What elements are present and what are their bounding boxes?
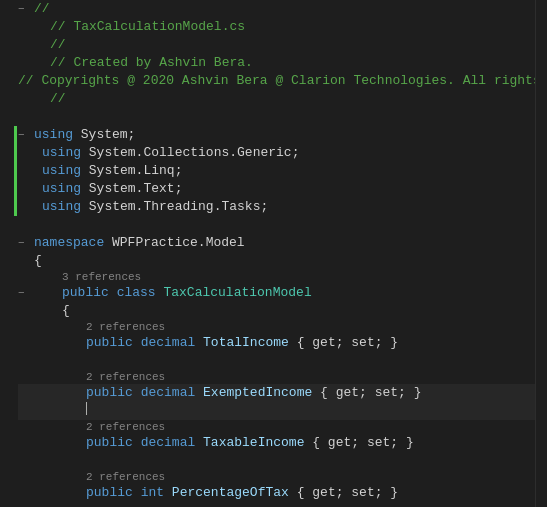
code-token: WPFPractice.Model <box>104 234 244 252</box>
code-line: { <box>18 252 535 270</box>
reference-hint: 2 references <box>86 370 165 384</box>
code-token: { get; set; } <box>289 484 398 502</box>
code-token: // Created by Ashvin Bera. <box>50 54 253 72</box>
code-token <box>133 434 141 452</box>
code-token: System.Collections.Generic; <box>81 144 299 162</box>
code-token: public <box>86 484 133 502</box>
code-line: // Copyrights @ 2020 Ashvin Bera @ Clari… <box>18 72 535 90</box>
code-token: TaxCalculationModel <box>163 284 311 302</box>
code-token <box>195 384 203 402</box>
code-token: public <box>86 434 133 452</box>
code-line <box>18 502 535 507</box>
fold-minus[interactable]: − <box>18 234 34 252</box>
code-line: { <box>18 302 535 320</box>
text-cursor <box>86 402 87 415</box>
code-line: public int PercentageOfTax { get; set; } <box>18 484 535 502</box>
fold-gutter <box>0 0 18 507</box>
code-line: // <box>18 36 535 54</box>
code-token: using <box>42 180 81 198</box>
code-token: decimal <box>141 434 196 452</box>
code-line <box>18 216 535 234</box>
reference-hint: 3 references <box>62 270 141 284</box>
code-token: public <box>86 334 133 352</box>
code-token: using <box>42 198 81 216</box>
code-token <box>164 484 172 502</box>
code-line: − // <box>18 0 535 18</box>
code-token <box>195 434 203 452</box>
hint-line: 2 references <box>18 420 535 434</box>
code-token <box>109 284 117 302</box>
code-token: { get; set; } <box>312 384 421 402</box>
code-token: // Copyrights @ 2020 Ashvin Bera @ Clari… <box>18 72 535 90</box>
code-content: − // // TaxCalculationModel.cs // // Cre… <box>18 0 535 507</box>
code-token: // <box>50 90 66 108</box>
code-token <box>133 334 141 352</box>
code-token: TotalIncome <box>203 334 289 352</box>
code-line: using System.Collections.Generic; <box>18 144 535 162</box>
code-token: { get; set; } <box>304 434 413 452</box>
code-line: // <box>18 90 535 108</box>
code-line: using System.Linq; <box>18 162 535 180</box>
green-bar-usings <box>14 126 17 216</box>
code-token: using <box>34 126 73 144</box>
code-line: // TaxCalculationModel.cs <box>18 18 535 36</box>
hint-line: 2 references <box>18 470 535 484</box>
code-token <box>156 284 164 302</box>
scrollbar[interactable] <box>535 0 547 507</box>
code-line: public decimal TaxableIncome { get; set;… <box>18 434 535 452</box>
code-token: ExemptedIncome <box>203 384 312 402</box>
fold-minus[interactable]: − <box>18 0 34 18</box>
code-token: decimal <box>141 334 196 352</box>
reference-hint: 2 references <box>86 470 165 484</box>
code-token <box>195 334 203 352</box>
code-token: using <box>42 162 81 180</box>
fold-minus[interactable]: − <box>18 284 34 302</box>
code-line <box>18 352 535 370</box>
code-token: decimal <box>141 384 196 402</box>
code-token: int <box>141 484 164 502</box>
code-token: System.Threading.Tasks; <box>81 198 268 216</box>
code-token: // TaxCalculationModel.cs <box>50 18 245 36</box>
code-line: public decimal TotalIncome { get; set; } <box>18 334 535 352</box>
code-token: { <box>34 252 42 270</box>
code-line: − namespace WPFPractice.Model <box>18 234 535 252</box>
code-token: System.Linq; <box>81 162 182 180</box>
code-token: { get; set; } <box>289 334 398 352</box>
reference-hint: 2 references <box>86 420 165 434</box>
hint-line: 3 references <box>18 270 535 284</box>
code-editor: − // // TaxCalculationModel.cs // // Cre… <box>0 0 547 507</box>
reference-hint: 2 references <box>86 320 165 334</box>
code-line: using System.Threading.Tasks; <box>18 198 535 216</box>
code-line <box>18 452 535 470</box>
hint-line: 2 references <box>18 370 535 384</box>
code-token <box>133 384 141 402</box>
code-token: class <box>117 284 156 302</box>
code-token: { <box>62 302 70 320</box>
code-token: System.Text; <box>81 180 182 198</box>
code-line: public decimal ExemptedIncome { get; set… <box>18 384 535 402</box>
code-token: public <box>86 384 133 402</box>
code-token: // <box>34 0 50 18</box>
code-token: namespace <box>34 234 104 252</box>
hint-line: 2 references <box>18 320 535 334</box>
code-token <box>133 484 141 502</box>
code-token: PercentageOfTax <box>172 484 289 502</box>
code-token: System; <box>73 126 135 144</box>
code-line: − public class TaxCalculationModel <box>18 284 535 302</box>
code-line <box>18 108 535 126</box>
code-token: // <box>50 36 66 54</box>
code-token: public <box>62 284 109 302</box>
code-line: using System.Text; <box>18 180 535 198</box>
code-token: using <box>42 144 81 162</box>
cursor-line <box>18 402 535 420</box>
code-token: TaxableIncome <box>203 434 304 452</box>
fold-minus[interactable]: − <box>18 126 34 144</box>
code-line: − using System; <box>18 126 535 144</box>
code-line: // Created by Ashvin Bera. <box>18 54 535 72</box>
